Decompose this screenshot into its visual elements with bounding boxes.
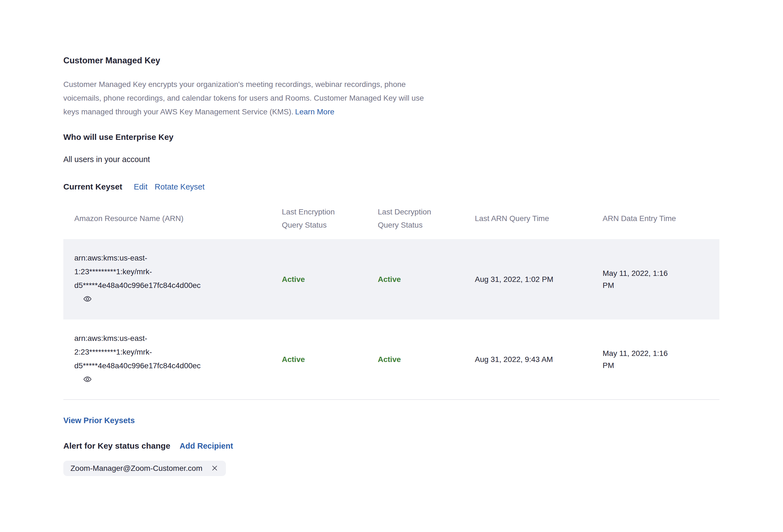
column-header-last-encryption-query-status: Last Encryption Query Status [282, 206, 350, 232]
arn-data-entry-time: May 11, 2022, 1:16 PM [603, 347, 674, 372]
column-header-last-arn-query-time: Last ARN Query Time [475, 212, 603, 225]
page-title: Customer Managed Key [63, 55, 719, 66]
last-arn-query-time: Aug 31, 2022, 9:43 AM [475, 353, 553, 366]
add-recipient-link[interactable]: Add Recipient [180, 441, 233, 450]
recipient-email: Zoom-Manager@Zoom-Customer.com [70, 464, 202, 473]
last-arn-query-time: Aug 31, 2022, 1:02 PM [475, 273, 553, 285]
current-keyset-heading: Current Keyset [63, 181, 122, 192]
arn-data-entry-time: May 11, 2022, 1:16 PM [603, 268, 674, 291]
decryption-status: Active [378, 319, 475, 399]
customer-managed-key-section: Customer Managed Key Customer Managed Ke… [0, 0, 719, 476]
remove-recipient-button[interactable] [211, 464, 219, 473]
who-will-use-value: All users in your account [63, 154, 719, 164]
description-line: voicemails, phone recordings, and calend… [63, 91, 719, 105]
recipient-chip: Zoom-Manager@Zoom-Customer.com [63, 461, 226, 476]
column-header-arn-data-entry-time: ARN Data Entry Time [603, 212, 719, 225]
alert-section-header: Alert for Key status change Add Recipien… [63, 440, 719, 451]
eye-icon [82, 294, 93, 304]
rotate-keyset-link[interactable]: Rotate Keyset [155, 181, 205, 192]
table-row: arn:aws:kms:us-east-1:23*********1:key/m… [63, 239, 719, 319]
alert-heading: Alert for Key status change [63, 440, 170, 451]
column-header-last-decryption-query-status: Last Decryption Query Status [378, 206, 446, 232]
learn-more-link[interactable]: Learn More [295, 107, 334, 116]
reveal-arn-button[interactable] [81, 374, 94, 385]
encryption-status: Active [282, 319, 378, 399]
description-line: keys managed through your AWS Key Manage… [63, 105, 719, 119]
decryption-status: Active [378, 239, 475, 319]
reveal-arn-button[interactable] [81, 293, 94, 305]
encryption-status: Active [282, 239, 378, 319]
who-will-use-heading: Who will use Enterprise Key [63, 132, 719, 142]
edit-keyset-link[interactable]: Edit [134, 181, 148, 192]
arn-value: arn:aws:kms:us-east-2:23*********1:key/m… [74, 332, 211, 373]
close-icon [211, 465, 218, 472]
section-description: Customer Managed Key encrypts your organ… [63, 77, 719, 119]
table-row: arn:aws:kms:us-east-2:23*********1:key/m… [63, 319, 719, 400]
keyset-table-header: Amazon Resource Name (ARN) Last Encrypti… [63, 198, 719, 239]
arn-value: arn:aws:kms:us-east-1:23*********1:key/m… [74, 251, 211, 292]
keyset-table: Amazon Resource Name (ARN) Last Encrypti… [63, 198, 719, 400]
description-line-text: keys managed through your AWS Key Manage… [63, 107, 293, 116]
column-header-arn: Amazon Resource Name (ARN) [63, 212, 282, 225]
current-keyset-header: Current Keyset Edit Rotate Keyset [63, 181, 719, 192]
description-line: Customer Managed Key encrypts your organ… [63, 77, 719, 91]
eye-icon [82, 375, 93, 384]
view-prior-keysets-link[interactable]: View Prior Keysets [63, 415, 135, 426]
